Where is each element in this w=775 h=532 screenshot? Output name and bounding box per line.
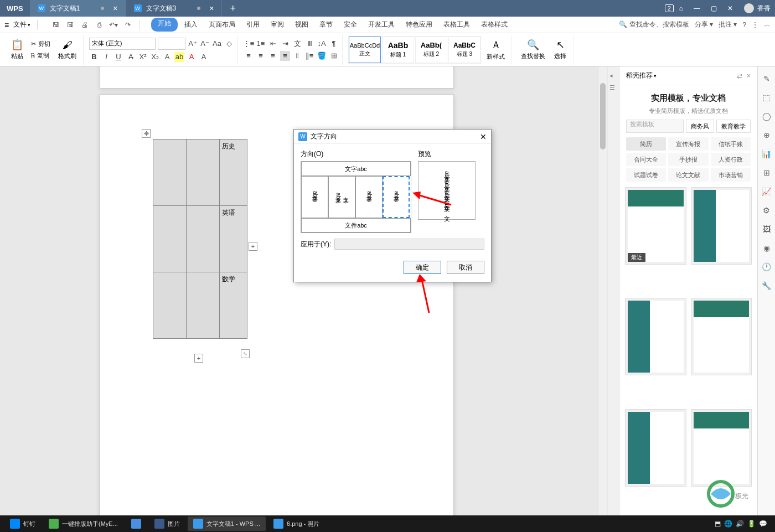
distribute-icon[interactable]: ⫴	[292, 51, 302, 61]
protect-icon[interactable]: ◉	[761, 242, 772, 254]
template-search-input[interactable]: 搜索模板	[626, 120, 684, 133]
tab-insert[interactable]: 插入	[180, 18, 202, 32]
system-tray[interactable]: ⬒ 🌐 🔊 🔋 💬	[715, 520, 772, 528]
close-button[interactable]: ✕	[722, 0, 738, 17]
dialog-close-icon[interactable]: ✕	[480, 132, 487, 141]
task-dingtalk[interactable]: 钉钉	[4, 516, 41, 531]
help-icon[interactable]: ?	[742, 21, 746, 29]
close-icon[interactable]: ×	[113, 4, 117, 13]
style-heading1[interactable]: AaBb标题 1	[382, 37, 414, 63]
tab-section[interactable]: 章节	[315, 18, 337, 32]
document-table[interactable]: 历史 英语 数学	[153, 139, 247, 339]
graph-icon[interactable]: 📈	[761, 186, 772, 197]
style-heading2[interactable]: AaBb(标题 2	[415, 37, 447, 63]
template-thumb[interactable]	[691, 298, 752, 375]
search-commands[interactable]: 🔍 查找命令、搜索模板	[619, 20, 689, 29]
category-exam[interactable]: 试题试卷	[626, 168, 666, 182]
table-cell[interactable]	[153, 140, 187, 206]
styles-gallery[interactable]: AaBbCcDd正文 AaBb标题 1 AaBb(标题 2 AaBbC标题 3	[348, 36, 481, 64]
vertical-scrollbar[interactable]	[599, 66, 607, 515]
cancel-button[interactable]: 取消	[447, 261, 484, 274]
tab-home[interactable]: 开始	[151, 18, 178, 32]
tab-review[interactable]: 审阅	[266, 18, 288, 32]
task-png[interactable]: 6.png - 照片	[268, 516, 325, 531]
tab-devtools[interactable]: 开发工具	[364, 18, 399, 32]
italic-icon[interactable]: I	[101, 52, 111, 62]
minimize-button[interactable]: —	[689, 0, 705, 17]
align-right-icon[interactable]: ≡	[268, 51, 278, 61]
select-button[interactable]: ↖ 选择	[551, 37, 570, 63]
direction-horizontal-rl[interactable]: 文件abc	[301, 218, 411, 233]
category-poster[interactable]: 宣传海报	[668, 137, 708, 151]
notif-icon[interactable]: 💬	[759, 520, 767, 528]
table-cell[interactable]	[153, 206, 187, 272]
show-marks-icon[interactable]: ¶	[329, 39, 339, 49]
category-contract[interactable]: 合同大全	[626, 153, 666, 166]
direction-vert-stacked[interactable]: 文字文字abc	[328, 176, 355, 218]
tab-security[interactable]: 安全	[339, 18, 361, 32]
undo-icon[interactable]: ↶▾	[108, 20, 118, 30]
share-menu[interactable]: 分享 ▾	[695, 20, 713, 29]
battery-icon[interactable]: 🔋	[747, 520, 756, 528]
direction-vert-down[interactable]: 文字abc↓	[355, 176, 383, 218]
category-resume[interactable]: 简历	[626, 137, 666, 151]
category-thesis[interactable]: 论文文献	[668, 168, 708, 182]
table-resize-handle[interactable]: ⤡	[241, 349, 250, 358]
chart-icon[interactable]: 📊	[761, 148, 772, 159]
image-icon[interactable]: 🖼	[761, 224, 772, 235]
wps-logo[interactable]: WPS	[0, 4, 30, 13]
select-icon[interactable]: ⬚	[761, 92, 772, 103]
table-cell[interactable]	[187, 140, 220, 206]
highlight-icon[interactable]: ab	[174, 52, 184, 62]
tab-view[interactable]: 视图	[291, 18, 313, 32]
print-preview-icon[interactable]: ⎙	[94, 20, 104, 30]
align-justify-icon[interactable]: ≡	[280, 51, 290, 61]
tab-special[interactable]: 特色应用	[401, 18, 437, 32]
table-insert-col-handle[interactable]: +	[194, 354, 203, 363]
table-insert-row-handle[interactable]: +	[249, 242, 257, 251]
maximize-button[interactable]: ▢	[705, 0, 722, 17]
change-case-icon[interactable]: Aa	[212, 39, 222, 49]
template-thumb[interactable]: 最近	[625, 187, 686, 265]
notification-badge[interactable]: 2	[665, 4, 674, 12]
dialog-titlebar[interactable]: W 文字方向 ✕	[294, 130, 491, 144]
task-wps[interactable]: 文字文稿1 - WPS ...	[188, 516, 266, 531]
template-thumb[interactable]	[691, 187, 752, 265]
tab-references[interactable]: 引用	[242, 18, 264, 32]
tab-layout[interactable]: 页面布局	[204, 18, 240, 32]
strikethrough-icon[interactable]: A̶	[126, 52, 136, 62]
table-move-handle[interactable]: ✥	[142, 129, 151, 138]
filter-business[interactable]: 商务风	[686, 120, 714, 133]
more-icon[interactable]: ⋮	[752, 21, 758, 29]
increase-font-icon[interactable]: A⁺	[188, 39, 198, 49]
home-icon[interactable]: ⌂	[679, 4, 683, 12]
sort-icon[interactable]: ↕A	[317, 39, 327, 49]
table-cell[interactable]: 英语	[220, 206, 247, 272]
template-thumb[interactable]	[625, 409, 686, 487]
direction-horizontal-lr[interactable]: 文字abc	[301, 162, 411, 176]
table-cell[interactable]: 数学	[220, 272, 247, 339]
volume-icon[interactable]: 🔊	[736, 520, 744, 528]
task-typeset[interactable]: 一键排版助手(MyE...	[43, 516, 123, 531]
tray-icon[interactable]: ⬒	[715, 520, 721, 528]
hamburger-icon[interactable]: ≡	[4, 20, 9, 29]
number-list-icon[interactable]: 1≡	[256, 39, 266, 49]
save-as-icon[interactable]: 🖫	[65, 20, 75, 30]
underline-icon[interactable]: U	[113, 52, 123, 62]
file-menu[interactable]: 文件 ▾	[13, 20, 30, 29]
category-marketing[interactable]: 市场营销	[711, 168, 751, 182]
font-effects-icon[interactable]: A	[162, 52, 172, 62]
table-cell[interactable]	[153, 272, 187, 339]
format-painter-button[interactable]: 🖌 格式刷	[55, 37, 80, 63]
edit-icon[interactable]: ✎	[761, 73, 772, 84]
scrollbar-thumb[interactable]	[600, 83, 606, 149]
align-left-icon[interactable]: ≡	[244, 51, 254, 61]
subscript-icon[interactable]: X₂	[150, 52, 160, 62]
redo-icon[interactable]: ↷	[123, 20, 133, 30]
annotate-menu[interactable]: 批注 ▾	[719, 20, 737, 29]
decrease-indent-icon[interactable]: ⇤	[268, 39, 278, 49]
font-color-icon[interactable]: A	[187, 52, 197, 62]
line-spacing-icon[interactable]: ‖≡	[304, 51, 314, 61]
panel-close-icon[interactable]: ×	[747, 72, 751, 80]
new-style-button[interactable]: Ａ 新样式	[483, 36, 508, 63]
